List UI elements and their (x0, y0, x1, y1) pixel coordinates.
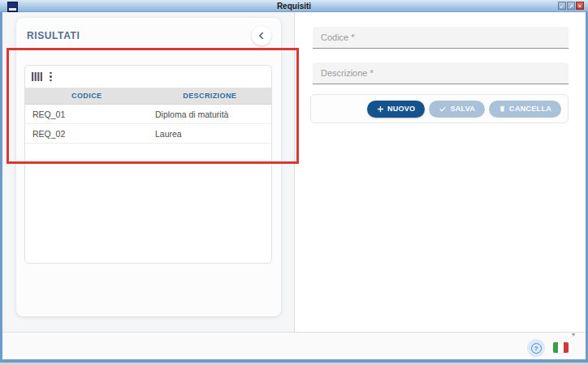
column-header-descrizione[interactable]: DESCRIZIONE (149, 88, 272, 104)
descrizione-input[interactable] (313, 62, 569, 84)
maximize-icon[interactable]: ↗ (567, 2, 575, 10)
codice-input[interactable] (313, 27, 569, 48)
footer-bar: ? ▾ (2, 332, 586, 359)
column-header-codice[interactable]: CODICE (25, 88, 149, 104)
cell-descrizione: Diploma di maturità (148, 105, 271, 123)
kebab-menu-icon[interactable] (48, 71, 54, 84)
columns-icon[interactable] (32, 71, 42, 82)
form-actions-bar: NUOVO SALVA CANCELLA (310, 94, 569, 123)
cell-descrizione: Laurea (148, 124, 271, 143)
collapse-panel-button[interactable] (252, 26, 271, 45)
table-header-row: CODICE DESCRIZIONE (25, 88, 271, 105)
nuovo-label: NUOVO (387, 105, 416, 113)
content-area: RISULTATI CODICE DESCRIZIONE REQ_01 (2, 12, 586, 359)
help-button[interactable]: ? (527, 339, 545, 357)
cell-codice: REQ_02 (25, 124, 148, 143)
app-window: Requisiti ↙ ↗ ✕ RISULTATI CODICE (0, 0, 588, 363)
nuovo-button[interactable]: NUOVO (367, 101, 426, 118)
results-region: RISULTATI CODICE DESCRIZIONE REQ_01 (2, 12, 295, 332)
close-icon[interactable]: ✕ (576, 2, 584, 10)
window-title: Requisiti (277, 2, 311, 11)
cell-codice: REQ_01 (25, 105, 148, 123)
app-icon (7, 2, 18, 12)
salva-label: SALVA (450, 105, 475, 113)
results-panel-title: RISULTATI (27, 30, 80, 41)
plus-icon (377, 105, 384, 113)
salva-button[interactable]: SALVA (429, 101, 485, 118)
trash-icon (499, 105, 506, 113)
codice-field-wrap (313, 27, 569, 49)
question-mark-icon: ? (531, 343, 542, 354)
table-row[interactable]: REQ_01 Diploma di maturità (25, 105, 271, 124)
italian-flag-icon[interactable] (553, 342, 569, 353)
title-bar[interactable]: Requisiti (0, 0, 588, 12)
table-toolbar (25, 66, 271, 88)
results-table-card: CODICE DESCRIZIONE REQ_01 Diploma di mat… (24, 65, 272, 264)
minimize-icon[interactable]: ↙ (558, 2, 566, 10)
results-card: RISULTATI CODICE DESCRIZIONE REQ_01 (16, 18, 281, 316)
window-controls: ↙ ↗ ✕ (558, 2, 584, 10)
cancella-label: CANCELLA (509, 105, 551, 113)
chevron-left-icon (257, 32, 266, 40)
table-row[interactable]: REQ_02 Laurea (25, 124, 271, 144)
cancella-button[interactable]: CANCELLA (489, 101, 561, 118)
chevron-down-icon: ▾ (572, 331, 575, 338)
check-icon (439, 105, 447, 113)
descrizione-field-wrap (313, 62, 569, 84)
